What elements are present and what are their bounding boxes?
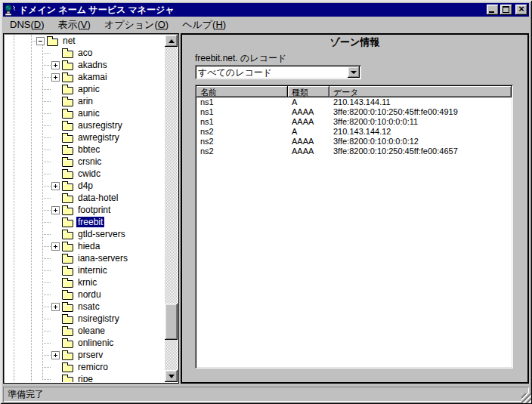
tree-item-remicro[interactable]: remicro — [5, 361, 165, 373]
tree-connector — [42, 258, 51, 259]
folder-icon — [62, 51, 73, 58]
tree-connector — [42, 355, 51, 356]
record-data: 3ffe:8200:0:10:0:0:0:11 — [329, 117, 512, 127]
tree-item-akamai[interactable]: akamai — [5, 71, 165, 83]
tree-item-label: remicro — [76, 362, 110, 372]
tree-item-label: nsatc — [76, 301, 101, 312]
tree-item-label: awregistry — [76, 132, 121, 143]
tree-item-awregistry[interactable]: awregistry — [5, 131, 165, 143]
record-name: ns1 — [196, 107, 288, 117]
folder-icon — [62, 244, 73, 251]
folder-icon — [62, 208, 73, 215]
resize-grip[interactable] — [521, 393, 531, 403]
expand-plus-icon[interactable] — [51, 61, 60, 69]
expand-plus-icon[interactable] — [51, 351, 60, 359]
tree-item-label: prserv — [76, 350, 104, 360]
dns-manager-icon[interactable] — [5, 5, 17, 16]
tree-connector — [42, 101, 51, 102]
tree-item-label: footprint — [76, 205, 112, 215]
maximize-button[interactable] — [500, 5, 512, 15]
scrollbar-thumb[interactable] — [165, 304, 178, 340]
menu-view[interactable]: 表示(V) — [51, 17, 97, 32]
tree-item-prserv[interactable]: prserv — [5, 349, 165, 361]
tree-connector — [42, 270, 51, 271]
expand-plus-icon[interactable] — [51, 303, 60, 311]
folder-icon — [62, 183, 73, 191]
app-window: ドメイン ネーム サービス マネージャ DNS(D) 表示(V) オプション(O… — [0, 0, 532, 404]
record-row[interactable]: ns1 AAAA 3ffe:8200:0:10:0:0:0:11 — [196, 117, 512, 127]
tree-item-label: akamai — [76, 72, 109, 82]
expand-plus-icon[interactable] — [51, 206, 60, 214]
menu-help[interactable]: ヘルプ(H) — [175, 17, 233, 32]
minimize-button[interactable] — [487, 5, 499, 15]
tree-item-krnic[interactable]: krnic — [5, 276, 165, 288]
tree-item-oleane[interactable]: oleane — [5, 325, 165, 337]
folder-icon — [62, 87, 73, 94]
tree-connector — [42, 137, 51, 138]
record-type: A — [288, 97, 329, 107]
tree-item-nsiregistry[interactable]: nsiregistry — [5, 313, 165, 325]
tree-item-nsatc[interactable]: nsatc — [5, 301, 165, 313]
tree-item-gtld-servers[interactable]: gtld-servers — [5, 228, 165, 240]
folder-icon — [62, 220, 73, 227]
record-row[interactable]: ns2 AAAA 3ffe:8200:0:10:250:45ff:fe00:46… — [196, 146, 512, 156]
column-header-data[interactable]: データ — [329, 86, 512, 97]
expand-plus-icon[interactable] — [51, 242, 60, 251]
tree-item-akadns[interactable]: akadns — [5, 59, 165, 71]
record-filter-value: すべてのレコード — [198, 66, 272, 79]
tree-item-nordu[interactable]: nordu — [5, 288, 165, 301]
close-button[interactable] — [515, 5, 527, 15]
tree-item-label: d4p — [76, 180, 94, 191]
record-row[interactable]: ns2 AAAA 3ffe:8200:0:10:0:0:0:12 — [196, 137, 512, 146]
record-row[interactable]: ns2 A 210.143.144.12 — [196, 127, 512, 137]
tree-item-onlinenic[interactable]: onlinenic — [5, 337, 165, 349]
folder-icon — [62, 159, 73, 167]
tree-item-label: data-hotel — [76, 193, 119, 203]
tree-item-apnic[interactable]: apnic — [5, 83, 165, 95]
tree-item-net[interactable]: net — [5, 35, 165, 47]
collapse-minus-icon[interactable] — [36, 37, 45, 45]
arrow-down-icon — [169, 375, 175, 378]
dropdown-button[interactable] — [348, 66, 360, 78]
tree-item-aco[interactable]: aco — [5, 47, 165, 59]
tree-item-ausregistry[interactable]: ausregistry — [5, 119, 165, 131]
records-table: 名前 種類 データ ns1 A 210.143.144.11 ns1 AAAA … — [195, 85, 513, 369]
tree-item-aunic[interactable]: aunic — [5, 107, 165, 119]
tree-item-crsnic[interactable]: crsnic — [5, 156, 165, 168]
record-name: ns1 — [196, 117, 288, 127]
menu-options[interactable]: オプション(O) — [97, 17, 175, 32]
tree-connector — [42, 186, 51, 187]
record-row[interactable]: ns1 A 210.143.144.11 — [196, 97, 512, 107]
tree-item-d4p[interactable]: d4p — [5, 180, 165, 192]
folder-icon — [62, 232, 73, 239]
scroll-up-button[interactable] — [165, 35, 178, 47]
tree-item-hieda[interactable]: hieda — [5, 240, 165, 252]
tree-connector — [42, 295, 51, 295]
tree-item-data-hotel[interactable]: data-hotel — [5, 192, 165, 204]
tree-item-footprint[interactable]: footprint — [5, 204, 165, 216]
record-data: 3ffe:8200:0:10:0:0:0:12 — [329, 137, 512, 146]
tree-item-cwidc[interactable]: cwidc — [5, 168, 165, 180]
tree-item-arin[interactable]: arin — [5, 95, 165, 107]
record-filter-dropdown[interactable]: すべてのレコード — [195, 65, 361, 79]
record-name: ns2 — [196, 127, 288, 137]
expand-plus-icon[interactable] — [51, 73, 60, 82]
tree-connector — [42, 53, 51, 54]
tree-item-freebit[interactable]: freebit — [5, 216, 165, 228]
tree-connector — [42, 65, 51, 66]
menu-dns[interactable]: DNS(D) — [3, 18, 51, 31]
expand-plus-icon[interactable] — [51, 182, 60, 190]
tree-vertical-scrollbar[interactable] — [165, 35, 178, 382]
record-type: AAAA — [288, 137, 329, 146]
column-header-type[interactable]: 種類 — [288, 86, 329, 97]
scroll-down-button[interactable] — [165, 370, 178, 382]
tree-item-bbtec[interactable]: bbtec — [5, 143, 165, 156]
tree-item-label: ripe — [76, 374, 94, 382]
tree-item-iana-servers[interactable]: iana-servers — [5, 252, 165, 264]
tree-item-ripe[interactable]: ripe — [5, 373, 165, 382]
record-row[interactable]: ns1 AAAA 3ffe:8200:0:10:250:45ff:fe00:49… — [196, 107, 512, 117]
tree-item-internic[interactable]: internic — [5, 264, 165, 276]
column-header-name[interactable]: 名前 — [196, 86, 288, 97]
content-area: net aco akadns akamai apnic arin aunic a… — [3, 33, 529, 384]
tree-item-label-selected: freebit — [76, 217, 104, 227]
